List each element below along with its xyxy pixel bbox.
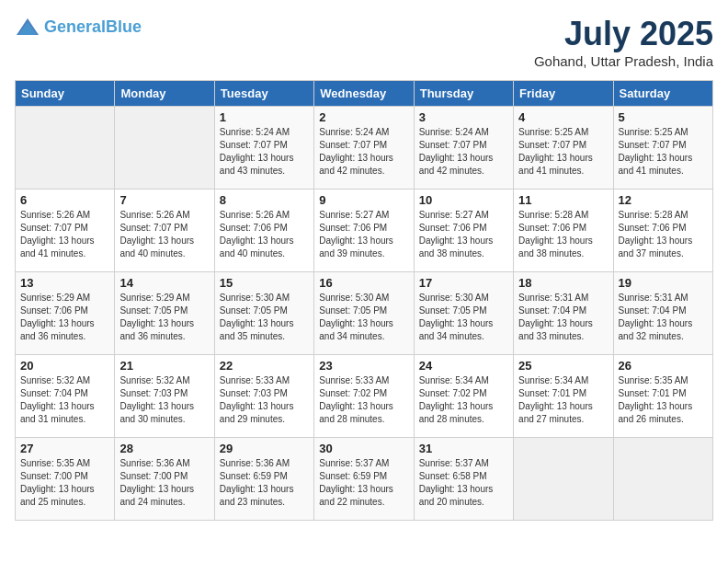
day-number: 20 <box>20 359 109 373</box>
calendar-cell: 10Sunrise: 5:27 AM Sunset: 7:06 PM Dayli… <box>414 190 513 272</box>
day-info: Sunrise: 5:27 AM Sunset: 7:06 PM Dayligh… <box>319 209 408 260</box>
day-number: 15 <box>220 276 309 290</box>
day-number: 3 <box>419 110 508 124</box>
day-info: Sunrise: 5:35 AM Sunset: 7:01 PM Dayligh… <box>619 374 708 426</box>
day-info: Sunrise: 5:29 AM Sunset: 7:06 PM Dayligh… <box>20 292 109 343</box>
day-info: Sunrise: 5:30 AM Sunset: 7:05 PM Dayligh… <box>220 292 309 343</box>
day-info: Sunrise: 5:31 AM Sunset: 7:04 PM Dayligh… <box>619 292 708 343</box>
day-info: Sunrise: 5:35 AM Sunset: 7:00 PM Dayligh… <box>20 457 109 509</box>
calendar-cell: 2Sunrise: 5:24 AM Sunset: 7:07 PM Daylig… <box>314 107 414 190</box>
day-number: 8 <box>220 193 309 207</box>
day-info: Sunrise: 5:26 AM Sunset: 7:06 PM Dayligh… <box>220 209 309 260</box>
day-info: Sunrise: 5:27 AM Sunset: 7:06 PM Dayligh… <box>419 209 508 260</box>
calendar-cell: 8Sunrise: 5:26 AM Sunset: 7:06 PM Daylig… <box>214 190 313 272</box>
weekday-header: Saturday <box>613 81 712 107</box>
weekday-header: Thursday <box>414 81 513 107</box>
day-number: 5 <box>619 110 708 124</box>
day-info: Sunrise: 5:29 AM Sunset: 7:05 PM Dayligh… <box>119 292 209 343</box>
calendar-cell: 30Sunrise: 5:37 AM Sunset: 6:59 PM Dayli… <box>314 438 414 521</box>
weekday-header: Tuesday <box>214 81 313 107</box>
calendar-cell: 5Sunrise: 5:25 AM Sunset: 7:07 PM Daylig… <box>613 107 712 190</box>
calendar-cell: 31Sunrise: 5:37 AM Sunset: 6:58 PM Dayli… <box>414 438 513 521</box>
weekday-header: Friday <box>514 81 613 107</box>
day-number: 9 <box>319 193 408 207</box>
calendar-cell: 14Sunrise: 5:29 AM Sunset: 7:05 PM Dayli… <box>115 272 214 355</box>
day-info: Sunrise: 5:34 AM Sunset: 7:01 PM Dayligh… <box>518 374 608 426</box>
day-info: Sunrise: 5:30 AM Sunset: 7:05 PM Dayligh… <box>419 292 508 343</box>
day-info: Sunrise: 5:37 AM Sunset: 6:58 PM Dayligh… <box>419 457 508 509</box>
calendar-cell: 15Sunrise: 5:30 AM Sunset: 7:05 PM Dayli… <box>214 272 313 355</box>
logo-line1: General <box>44 17 106 36</box>
logo-line2: Blue <box>106 17 142 36</box>
day-info: Sunrise: 5:30 AM Sunset: 7:05 PM Dayligh… <box>319 292 408 343</box>
day-number: 22 <box>220 359 309 373</box>
calendar-cell <box>16 107 115 190</box>
calendar-cell: 4Sunrise: 5:25 AM Sunset: 7:07 PM Daylig… <box>514 107 613 190</box>
day-number: 31 <box>419 442 508 455</box>
calendar-cell: 26Sunrise: 5:35 AM Sunset: 7:01 PM Dayli… <box>613 355 712 438</box>
day-number: 17 <box>419 276 508 290</box>
week-row: 13Sunrise: 5:29 AM Sunset: 7:06 PM Dayli… <box>16 272 713 355</box>
calendar-cell: 6Sunrise: 5:26 AM Sunset: 7:07 PM Daylig… <box>16 190 115 272</box>
week-row: 6Sunrise: 5:26 AM Sunset: 7:07 PM Daylig… <box>16 190 713 272</box>
calendar-cell: 28Sunrise: 5:36 AM Sunset: 7:00 PM Dayli… <box>115 438 214 521</box>
day-number: 12 <box>619 193 708 207</box>
month-title: July 2025 <box>534 15 713 53</box>
day-info: Sunrise: 5:32 AM Sunset: 7:04 PM Dayligh… <box>20 374 109 426</box>
day-number: 27 <box>20 442 109 455</box>
logo-text: GeneralBlue <box>44 18 142 37</box>
day-info: Sunrise: 5:32 AM Sunset: 7:03 PM Dayligh… <box>119 374 209 426</box>
calendar-cell: 24Sunrise: 5:34 AM Sunset: 7:02 PM Dayli… <box>414 355 513 438</box>
calendar-cell: 3Sunrise: 5:24 AM Sunset: 7:07 PM Daylig… <box>414 107 513 190</box>
day-info: Sunrise: 5:26 AM Sunset: 7:07 PM Dayligh… <box>119 209 209 260</box>
day-info: Sunrise: 5:26 AM Sunset: 7:07 PM Dayligh… <box>20 209 109 260</box>
day-info: Sunrise: 5:36 AM Sunset: 6:59 PM Dayligh… <box>220 457 309 509</box>
day-info: Sunrise: 5:28 AM Sunset: 7:06 PM Dayligh… <box>518 209 608 260</box>
day-number: 4 <box>518 110 608 124</box>
day-number: 10 <box>419 193 508 207</box>
day-number: 26 <box>619 359 708 373</box>
calendar-cell: 27Sunrise: 5:35 AM Sunset: 7:00 PM Dayli… <box>16 438 115 521</box>
week-row: 20Sunrise: 5:32 AM Sunset: 7:04 PM Dayli… <box>16 355 713 438</box>
day-number: 25 <box>518 359 608 373</box>
calendar-cell: 1Sunrise: 5:24 AM Sunset: 7:07 PM Daylig… <box>214 107 313 190</box>
day-number: 13 <box>20 276 109 290</box>
calendar-cell: 19Sunrise: 5:31 AM Sunset: 7:04 PM Dayli… <box>613 272 712 355</box>
calendar-cell: 16Sunrise: 5:30 AM Sunset: 7:05 PM Dayli… <box>314 272 414 355</box>
day-info: Sunrise: 5:24 AM Sunset: 7:07 PM Dayligh… <box>220 126 309 178</box>
day-number: 24 <box>419 359 508 373</box>
calendar-cell: 20Sunrise: 5:32 AM Sunset: 7:04 PM Dayli… <box>16 355 115 438</box>
day-number: 21 <box>119 359 209 373</box>
day-info: Sunrise: 5:31 AM Sunset: 7:04 PM Dayligh… <box>518 292 608 343</box>
calendar-cell: 13Sunrise: 5:29 AM Sunset: 7:06 PM Dayli… <box>16 272 115 355</box>
day-info: Sunrise: 5:25 AM Sunset: 7:07 PM Dayligh… <box>518 126 608 178</box>
weekday-header: Monday <box>115 81 214 107</box>
day-info: Sunrise: 5:25 AM Sunset: 7:07 PM Dayligh… <box>619 126 708 178</box>
calendar-cell: 21Sunrise: 5:32 AM Sunset: 7:03 PM Dayli… <box>115 355 214 438</box>
calendar-cell <box>115 107 214 190</box>
day-info: Sunrise: 5:33 AM Sunset: 7:03 PM Dayligh… <box>220 374 309 426</box>
logo: GeneralBlue <box>15 15 142 40</box>
calendar-cell: 25Sunrise: 5:34 AM Sunset: 7:01 PM Dayli… <box>514 355 613 438</box>
title-area: July 2025 Gohand, Uttar Pradesh, India <box>534 15 713 69</box>
weekday-header: Sunday <box>16 81 115 107</box>
logo-icon <box>15 15 40 40</box>
calendar-header: SundayMondayTuesdayWednesdayThursdayFrid… <box>16 81 713 107</box>
calendar-cell: 17Sunrise: 5:30 AM Sunset: 7:05 PM Dayli… <box>414 272 513 355</box>
calendar-cell: 9Sunrise: 5:27 AM Sunset: 7:06 PM Daylig… <box>314 190 414 272</box>
calendar-cell: 18Sunrise: 5:31 AM Sunset: 7:04 PM Dayli… <box>514 272 613 355</box>
page-header: GeneralBlue July 2025 Gohand, Uttar Prad… <box>15 15 713 69</box>
calendar-cell <box>613 438 712 521</box>
weekday-header: Wednesday <box>314 81 414 107</box>
calendar-body: 1Sunrise: 5:24 AM Sunset: 7:07 PM Daylig… <box>16 107 713 521</box>
calendar-cell <box>514 438 613 521</box>
day-info: Sunrise: 5:24 AM Sunset: 7:07 PM Dayligh… <box>319 126 408 178</box>
day-number: 2 <box>319 110 408 124</box>
day-number: 30 <box>319 442 408 455</box>
calendar-cell: 11Sunrise: 5:28 AM Sunset: 7:06 PM Dayli… <box>514 190 613 272</box>
day-info: Sunrise: 5:28 AM Sunset: 7:06 PM Dayligh… <box>619 209 708 260</box>
calendar-cell: 22Sunrise: 5:33 AM Sunset: 7:03 PM Dayli… <box>214 355 313 438</box>
week-row: 27Sunrise: 5:35 AM Sunset: 7:00 PM Dayli… <box>16 438 713 521</box>
day-number: 16 <box>319 276 408 290</box>
day-number: 1 <box>220 110 309 124</box>
